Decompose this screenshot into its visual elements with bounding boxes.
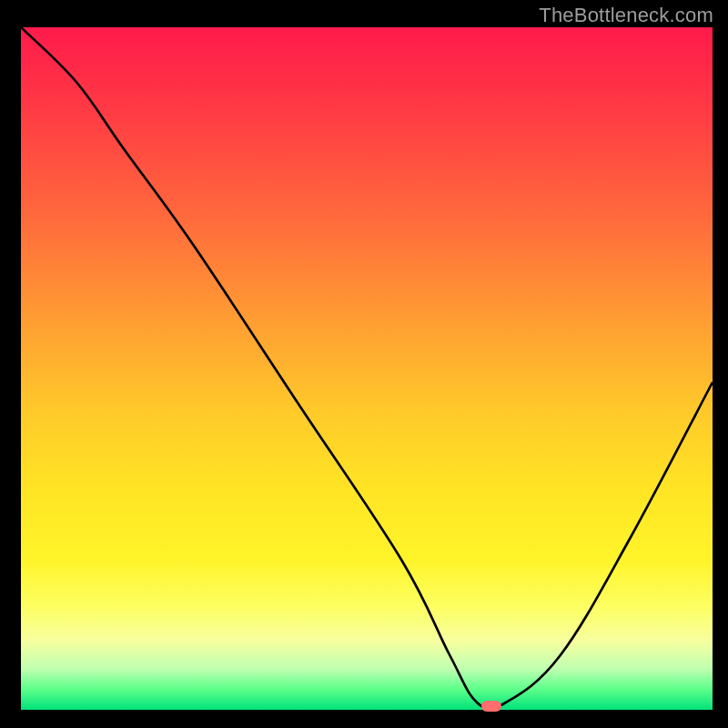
- watermark-text: TheBottleneck.com: [539, 4, 713, 27]
- bottleneck-curve-path: [21, 27, 713, 710]
- chart-line: [21, 27, 713, 710]
- chart-marker: [481, 701, 501, 712]
- chart-plot-area: [18, 27, 713, 713]
